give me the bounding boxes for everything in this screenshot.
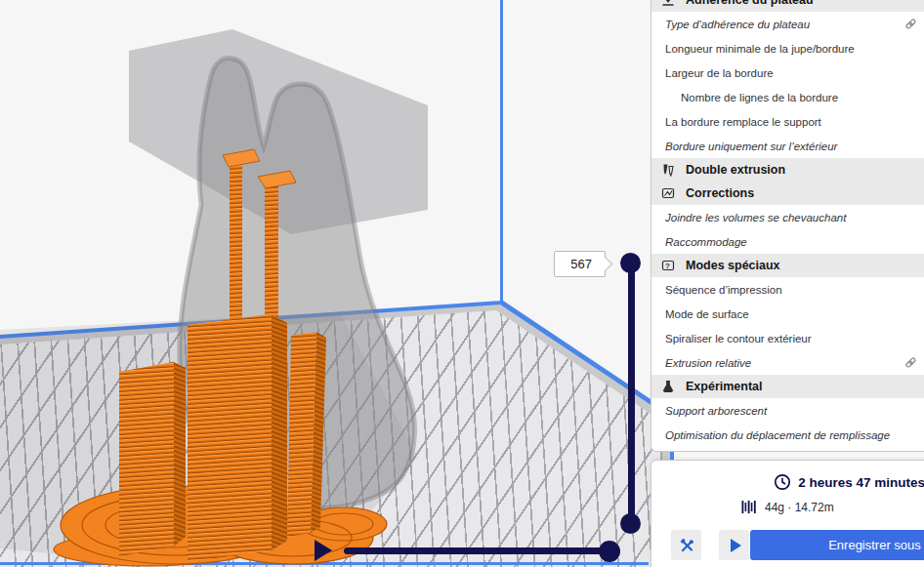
layer-slider-track[interactable]: [628, 263, 635, 524]
action-panel: 2 heures 47 minutes 44g · 14.72m Enregis…: [651, 460, 924, 567]
layer-number-value: 567: [570, 257, 592, 271]
svg-text:?: ?: [665, 262, 670, 270]
layer-slider-upper-handle[interactable]: [620, 253, 641, 273]
setting-brim-line-count[interactable]: Nombre de lignes de la bordure: [651, 85, 924, 109]
simulation-slider-handle[interactable]: [599, 541, 620, 562]
section-build-plate-adhesion[interactable]: Adhérence du plateau: [651, 0, 924, 12]
setting-surface-mode[interactable]: Mode de surface: [651, 302, 924, 326]
dual-extrusion-icon: [660, 163, 675, 178]
section-dual-extrusion[interactable]: Double extrusion: [651, 158, 924, 182]
experimental-icon: [660, 380, 675, 394]
setting-skirt-brim-min-length[interactable]: Longueur minimale de la jupe/bordure: [651, 36, 924, 61]
section-title: Corrections: [686, 186, 754, 200]
material-usage-row: 44g · 14.72m: [741, 500, 834, 514]
material-usage-value: 44g · 14.72m: [765, 501, 834, 514]
setting-adhesion-type[interactable]: Type d’adhérence du plateau: [651, 12, 924, 36]
setting-brim-outside-only[interactable]: Bordure uniquement sur l’extérieur: [651, 134, 924, 158]
setting-spiralize-outer-contour[interactable]: Spiraliser le contour extérieur: [651, 326, 924, 350]
link-icon: [904, 18, 917, 30]
section-mesh-fixes[interactable]: Corrections: [651, 182, 924, 205]
setting-brim-replaces-support[interactable]: La bordure remplace le support: [651, 109, 924, 134]
setting-infill-travel-optimization[interactable]: Optimisation du déplacement de remplissa…: [651, 423, 924, 447]
setting-relative-extrusion[interactable]: Extrusion relative: [651, 350, 924, 375]
section-special-modes[interactable]: ? Modes spéciaux: [651, 254, 924, 277]
tools-icon: [678, 537, 695, 554]
setting-tree-support[interactable]: Support arborescent: [651, 398, 924, 423]
section-title: Adhérence du plateau: [686, 0, 814, 7]
spool-icon: [741, 500, 757, 514]
simulation-play-icon[interactable]: [315, 540, 332, 561]
setting-brim-width[interactable]: Largeur de la bordure: [651, 61, 924, 85]
simulation-slider-track[interactable]: [344, 547, 609, 554]
setting-union-overlapping-volumes[interactable]: Joindre les volumes se chevauchant: [651, 205, 924, 229]
print-time-row: 2 heures 47 minutes: [774, 473, 924, 491]
setting-print-sequence[interactable]: Séquence d’impression: [651, 277, 924, 302]
clock-icon: [774, 473, 791, 491]
special-modes-icon: ?: [660, 259, 675, 273]
play-icon: [731, 539, 741, 552]
print-time-value: 2 heures 47 minutes: [798, 475, 924, 490]
link-icon: [904, 356, 917, 369]
section-experimental[interactable]: Expérimental: [651, 375, 924, 398]
layer-slider-lower-handle[interactable]: [620, 513, 641, 534]
preview-play-button[interactable]: [719, 530, 749, 560]
adjust-output-button[interactable]: [671, 530, 701, 560]
setting-mesh-stitching[interactable]: Raccommodage: [651, 229, 924, 254]
section-title: Double extrusion: [686, 163, 785, 177]
build-plate-adhesion-icon: [660, 0, 675, 8]
section-title: Expérimental: [686, 380, 763, 393]
mesh-fixes-icon: [660, 186, 675, 201]
layer-number-field[interactable]: 567: [554, 251, 606, 277]
save-as-button[interactable]: Enregistrer sous: [750, 530, 924, 560]
section-title: Modes spéciaux: [686, 259, 780, 272]
print-settings-panel: Adhérence du plateau Type d’adhérence du…: [651, 0, 924, 452]
